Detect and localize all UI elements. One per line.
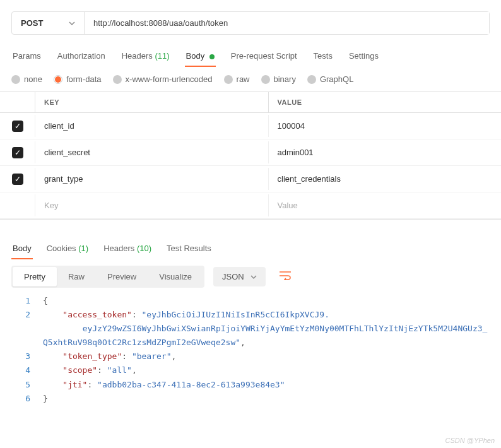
new-value-input[interactable]: Value [269, 194, 502, 216]
row-checkbox[interactable]: ✓ [12, 147, 23, 158]
method-select[interactable]: POST [12, 12, 85, 34]
table-row: ✓ client_secret admin001 [0, 139, 501, 166]
resp-tab-tests[interactable]: Test Results [165, 239, 213, 259]
formdata-table: KEY VALUE ✓ client_id 100004 ✓ client_se… [0, 91, 501, 220]
resp-tab-headers[interactable]: Headers (10) [102, 239, 153, 259]
row-checkbox[interactable]: ✓ [12, 174, 23, 185]
cell-value[interactable]: admin001 [269, 141, 502, 163]
col-value: VALUE [269, 92, 502, 112]
table-header: KEY VALUE [0, 92, 501, 113]
radio-raw[interactable]: raw [224, 74, 250, 84]
radio-none[interactable]: none [11, 74, 42, 84]
response-tabs: Body Cookies (1) Headers (10) Test Resul… [11, 239, 490, 259]
resp-tab-cookies[interactable]: Cookies (1) [45, 239, 90, 259]
table-row: ✓ client_id 100004 [0, 113, 501, 139]
request-tabs: Params Authorization Headers (11) Body P… [0, 46, 501, 67]
table-row: ✓ grant_type client_credentials [0, 166, 501, 192]
resp-tab-body[interactable]: Body [11, 239, 33, 259]
body-type-radios: none form-data x-www-form-urlencoded raw… [0, 67, 501, 91]
col-key: KEY [35, 92, 269, 112]
chevron-down-icon [69, 20, 75, 27]
radio-binary[interactable]: binary [261, 74, 296, 84]
cell-key[interactable]: client_secret [35, 141, 269, 163]
body-indicator-dot [209, 54, 215, 59]
wrap-icon [280, 271, 291, 280]
radio-xwww[interactable]: x-www-form-urlencoded [113, 74, 213, 84]
mode-preview[interactable]: Preview [96, 267, 148, 286]
radio-graphql[interactable]: GraphQL [307, 74, 353, 84]
row-checkbox[interactable]: ✓ [12, 121, 23, 132]
content-type-select[interactable]: JSON [213, 267, 266, 286]
headers-count: (11) [155, 51, 169, 61]
radio-formdata[interactable]: form-data [54, 74, 102, 84]
tab-settings[interactable]: Settings [348, 46, 380, 67]
response-body-json[interactable]: 1{2 "access_token": "eyJhbGciOiJIUzI1NiI… [11, 294, 490, 406]
tab-prerequest[interactable]: Pre-request Script [230, 46, 298, 67]
new-key-input[interactable]: Key [35, 194, 269, 216]
cell-key[interactable]: grant_type [35, 168, 269, 190]
tab-body[interactable]: Body [185, 46, 216, 67]
tab-tests[interactable]: Tests [312, 46, 334, 67]
cell-value[interactable]: client_credentials [269, 168, 502, 190]
tab-authorization[interactable]: Authorization [56, 46, 107, 67]
response-section: Body Cookies (1) Headers (10) Test Resul… [0, 239, 501, 406]
url-input[interactable] [85, 12, 489, 34]
method-label: POST [21, 18, 43, 28]
url-bar: POST [11, 11, 490, 35]
mode-visualize[interactable]: Visualize [148, 267, 203, 286]
cell-value[interactable]: 100004 [269, 115, 502, 137]
mode-raw[interactable]: Raw [57, 267, 96, 286]
tab-headers[interactable]: Headers (11) [121, 46, 171, 67]
cell-key[interactable]: client_id [35, 115, 269, 137]
wrap-lines-button[interactable] [274, 268, 296, 286]
chevron-down-icon [250, 274, 257, 280]
mode-pretty[interactable]: Pretty [13, 267, 57, 286]
tab-params[interactable]: Params [11, 46, 42, 67]
table-row-new[interactable]: Key Value [0, 192, 501, 219]
response-toolbar: Pretty Raw Preview Visualize JSON [11, 266, 490, 288]
